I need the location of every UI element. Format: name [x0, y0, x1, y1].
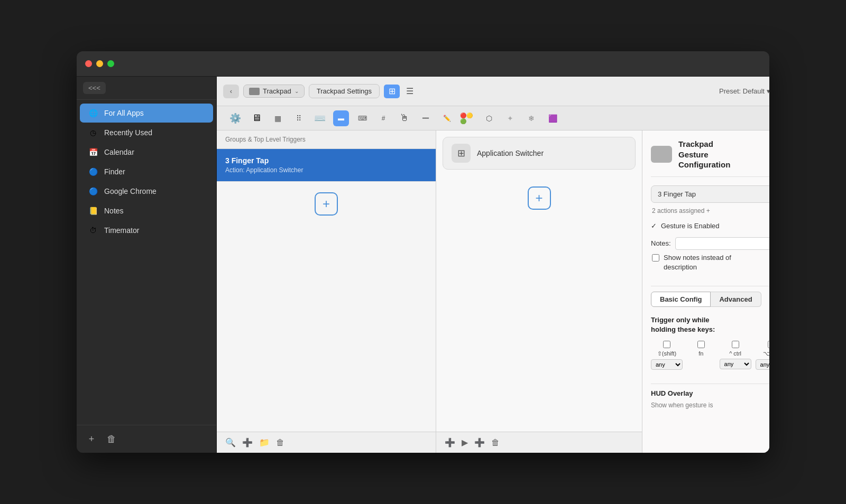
strip-icon-kb2[interactable]: ⌨ — [354, 110, 370, 126]
strip-icon-star[interactable]: ✦ — [502, 110, 518, 126]
trigger-item-3-finger-tap[interactable]: 3 Finger Tap Action: Application Switche… — [217, 149, 436, 182]
actions-bottom-bar: ➕ ▶ ➕ 🗑 — [436, 432, 642, 453]
sidebar-item-notes[interactable]: 📒 Notes — [80, 201, 213, 220]
sidebar-item-timemator[interactable]: ⏱ Timemator — [80, 221, 213, 240]
ctrl-key-checkbox[interactable] — [732, 341, 739, 348]
sidebar-item-label: Recently Used — [104, 128, 152, 137]
grid-view-button[interactable]: ⊞ — [384, 85, 400, 98]
triggers-bottom-bar: 🔍 ➕ 📁 🗑 — [217, 432, 436, 453]
trackpad-settings-button[interactable]: Trackpad Settings — [309, 84, 380, 98]
strip-icon-purple[interactable]: 🟪 — [545, 110, 560, 126]
device-chevron-icon: ⌄ — [295, 88, 299, 94]
actions-count-label[interactable]: 2 actions assigned + — [651, 207, 769, 214]
trigger-subtitle: Action: Application Switcher — [225, 166, 427, 174]
toolbar-view-icons: ⊞ ☰ — [384, 85, 418, 98]
strip-icon-remote[interactable]: ━━ — [418, 110, 434, 126]
shift-key-col: ⇧(shift) any — [651, 341, 683, 370]
notes-input[interactable] — [675, 237, 769, 250]
notes-row: Notes: 😀 — [651, 237, 769, 250]
config-divider-2 — [651, 384, 769, 384]
show-notes-row: Show notes instead ofdescription — [651, 253, 769, 272]
action-name-label: Application Switcher — [477, 149, 544, 157]
strip-icon-cog[interactable]: ⚙️ — [227, 110, 243, 126]
titlebar — [77, 51, 769, 77]
notes-label: Notes: — [651, 239, 671, 247]
delete-action-button[interactable]: 🗑 — [491, 437, 500, 447]
sidebar-item-google-chrome[interactable]: 🔵 Google Chrome — [80, 182, 213, 201]
strip-icon-drawing[interactable]: ✏️ — [439, 110, 455, 126]
strip-icon-mouse[interactable]: 🖱 — [397, 110, 412, 126]
sidebar-bottom: + 🗑 — [77, 425, 216, 453]
strip-icon-circles[interactable]: 🔴🟡🟢 — [460, 110, 476, 126]
add-action-bottom-button[interactable]: ➕ — [445, 437, 455, 447]
list-view-button[interactable]: ☰ — [402, 85, 418, 98]
ctrl-key-select[interactable]: any — [720, 359, 751, 369]
action-item-app-switcher[interactable]: ⊞ Application Switcher — [443, 137, 636, 170]
shift-key-label: ⇧(shift) — [657, 350, 677, 357]
sidebar-item-recently-used[interactable]: ◷ Recently Used — [80, 123, 213, 142]
play-action-button[interactable]: ▶ — [462, 437, 468, 447]
folder-trigger-button[interactable]: 📁 — [259, 437, 270, 447]
sidebar-item-finder[interactable]: 🔵 Finder — [80, 162, 213, 181]
triggers-pane: Groups & Top Level Triggers 3 Finger Tap… — [217, 130, 436, 453]
sidebar-item-for-all-apps[interactable]: 🌐 For All Apps — [80, 104, 213, 123]
add-action2-button[interactable]: ➕ — [474, 437, 485, 447]
shift-key-checkbox[interactable] — [663, 341, 670, 348]
opt-key-checkbox[interactable] — [768, 341, 769, 348]
triggers-pane-header: Groups & Top Level Triggers — [217, 130, 436, 149]
maximize-button[interactable] — [107, 60, 114, 67]
strip-icon-monitor[interactable]: 🖥 — [249, 110, 264, 126]
strip-icon-grid[interactable]: ▦ — [270, 110, 286, 126]
sidebar-icon: 🌐 — [87, 107, 99, 119]
strip-icon-numpad[interactable]: # — [375, 110, 391, 126]
gesture-dropdown[interactable]: 3 Finger Tap ⌄ — [651, 185, 769, 203]
app-switcher-icon: ⊞ — [457, 147, 465, 159]
back-button[interactable]: <<< — [83, 82, 106, 94]
opt-key-label: ⌥ opt — [763, 350, 769, 357]
trackpad-device-icon — [249, 88, 260, 95]
tab-basic-config[interactable]: Basic Config — [651, 292, 711, 307]
config-tabs: Basic Config Advanced — [651, 292, 769, 307]
minimize-button[interactable] — [96, 60, 103, 67]
trigger-keys-section-title: Trigger only whileholding these keys: — [651, 315, 769, 334]
strip-icon-trackpad[interactable]: ▬ — [333, 110, 349, 126]
add-app-button[interactable]: + — [84, 432, 99, 446]
actions-pane-bottom: ➕ ▶ ➕ 🗑 — [436, 432, 642, 453]
delete-app-button[interactable]: 🗑 — [104, 432, 119, 446]
add-trigger-bottom-button[interactable]: ➕ — [242, 437, 253, 447]
fn-key-checkbox[interactable] — [697, 341, 705, 348]
search-triggers-button[interactable]: 🔍 — [225, 437, 236, 447]
config-divider — [651, 286, 769, 286]
strip-icon-keyboard[interactable]: ⌨️ — [312, 110, 328, 126]
show-notes-label: Show notes instead ofdescription — [664, 253, 731, 272]
toolbar: ‹ Trackpad ⌄ Trackpad Settings ⊞ ☰ Prese… — [217, 77, 769, 106]
sidebar: <<< 🌐 For All Apps ◷ Recently Used 📅 Cal… — [77, 77, 217, 453]
add-trigger-button[interactable]: + — [315, 192, 338, 216]
sidebar-item-calendar[interactable]: 📅 Calendar — [80, 143, 213, 162]
opt-key-select[interactable]: any — [756, 359, 769, 370]
app-icon-strip: ⚙️ 🖥 ▦ ⠿ ⌨️ ▬ ⌨ # 🖱 ━━ ✏️ 🔴🟡🟢 ⬡ ✦ ❄ 🟪 — [217, 106, 769, 130]
sidebar-item-label: Calendar — [104, 148, 134, 156]
gesture-enabled-label: Gesture is Enabled — [661, 222, 720, 230]
sidebar-item-label: For All Apps — [104, 109, 144, 117]
tab-advanced[interactable]: Advanced — [711, 292, 761, 307]
shift-key-select[interactable]: any — [651, 359, 683, 370]
device-selector[interactable]: Trackpad ⌄ — [243, 85, 305, 98]
back-nav-button[interactable]: ‹ — [223, 85, 239, 98]
add-action-button[interactable]: + — [528, 186, 551, 210]
preset-button[interactable]: Preset: Default ▾ — [719, 87, 769, 95]
hud-overlay-title: HUD Overlay — [651, 389, 769, 397]
strip-icon-snowflake[interactable]: ❄ — [523, 110, 539, 126]
sidebar-top: <<< — [77, 77, 216, 100]
ctrl-key-col: ^ ctrl any — [720, 341, 751, 370]
enabled-row: ✓ Gesture is Enabled — [651, 222, 769, 230]
strip-icon-hex[interactable]: ⬡ — [481, 110, 497, 126]
sidebar-icon: 🔵 — [87, 166, 99, 178]
trigger-title: 3 Finger Tap — [225, 156, 427, 165]
close-button[interactable] — [85, 60, 92, 67]
hud-overlay-sub: Show when gesture is — [651, 402, 769, 409]
sidebar-item-label: Timemator — [104, 226, 139, 235]
strip-icon-dots[interactable]: ⠿ — [291, 110, 307, 126]
delete-trigger-button[interactable]: 🗑 — [276, 437, 284, 447]
show-notes-checkbox[interactable] — [652, 254, 659, 262]
